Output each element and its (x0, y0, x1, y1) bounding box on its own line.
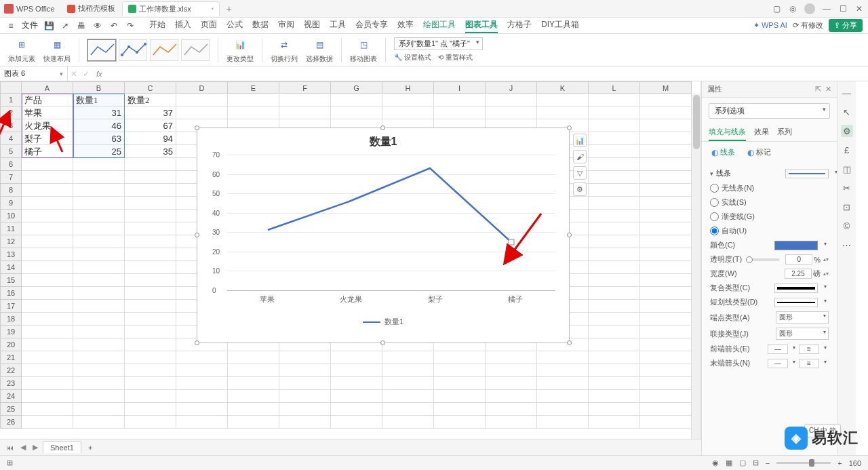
row-header[interactable]: 20 (0, 338, 22, 351)
sheet-tab-active[interactable]: Sheet1 (43, 442, 81, 453)
cell[interactable] (486, 364, 537, 377)
row-header[interactable]: 1 (0, 94, 22, 106)
cell[interactable] (22, 338, 73, 351)
cell[interactable] (22, 235, 73, 248)
cell[interactable] (73, 390, 125, 403)
row-header[interactable]: 14 (0, 261, 22, 274)
name-box[interactable]: 图表 6 ▾ (0, 66, 68, 81)
close-panel-icon[interactable]: ✕ (825, 85, 831, 94)
cell[interactable] (73, 171, 125, 184)
add-element-button[interactable]: ⊞ 添加元素 (8, 37, 35, 64)
tab-fill-line[interactable]: 填充与线条 (709, 124, 746, 141)
cell[interactable] (589, 210, 640, 222)
cell[interactable] (537, 377, 589, 390)
cell[interactable] (589, 106, 640, 119)
cell[interactable] (589, 313, 640, 326)
cell[interactable] (434, 106, 486, 119)
tab-fanggezi[interactable]: 方格子 (507, 18, 532, 33)
cell[interactable] (279, 364, 331, 377)
namebox-dropdown-icon[interactable]: ▾ (60, 71, 63, 77)
avatar-icon[interactable] (804, 3, 815, 14)
cell[interactable] (73, 158, 125, 171)
section-title-line[interactable]: 线条 (710, 168, 829, 178)
cell[interactable] (125, 313, 176, 326)
cell[interactable] (279, 377, 331, 390)
col-header-M[interactable]: M (640, 81, 692, 94)
cell[interactable] (125, 338, 176, 351)
cell[interactable] (73, 300, 125, 313)
share-button[interactable]: ⇪ 分享 (829, 19, 863, 32)
switch-rowcol-button[interactable]: ⇄ 切换行列 (271, 37, 298, 64)
chart-settings-button[interactable]: ⚙ (573, 182, 587, 196)
series-options-dropdown[interactable]: 系列选项 (709, 103, 830, 119)
subtab-line[interactable]: ◐线条 (711, 147, 735, 157)
cell[interactable] (589, 248, 640, 261)
save-icon[interactable]: 💾 (43, 20, 54, 31)
cell[interactable] (589, 94, 640, 106)
cell[interactable] (73, 197, 125, 210)
cell[interactable] (125, 158, 176, 171)
cell[interactable] (22, 197, 73, 210)
cell[interactable] (22, 274, 73, 287)
undo-icon[interactable]: ↶ (108, 20, 119, 31)
modified-label[interactable]: ⟳ 有修改 (793, 20, 823, 31)
cell[interactable] (331, 390, 382, 403)
cell[interactable]: 数量2 (125, 94, 176, 106)
tool-select[interactable]: ↖ (841, 106, 853, 118)
cell[interactable] (589, 197, 640, 210)
cell[interactable] (228, 351, 279, 364)
vertical-scrollbar[interactable] (691, 94, 701, 461)
row-header[interactable]: 25 (0, 403, 22, 416)
cell[interactable] (640, 313, 692, 326)
cell[interactable] (640, 338, 692, 351)
col-header-I[interactable]: I (434, 81, 486, 94)
subtab-marker[interactable]: ◐标记 (747, 147, 771, 157)
cell[interactable] (640, 261, 692, 274)
cell[interactable] (486, 94, 537, 106)
tab-tools[interactable]: 工具 (330, 18, 346, 33)
tab-insert[interactable]: 插入 (175, 18, 191, 33)
cap-select[interactable]: 圆形 (776, 311, 829, 324)
cell[interactable] (589, 351, 640, 364)
cell[interactable] (125, 222, 176, 235)
cell[interactable] (537, 106, 589, 119)
cell[interactable] (434, 94, 486, 106)
cell[interactable] (589, 300, 640, 313)
compound-select[interactable] (774, 283, 818, 293)
col-header-D[interactable]: D (176, 81, 228, 94)
arrow-start-style[interactable]: — (768, 345, 788, 354)
select-all-corner[interactable] (0, 81, 22, 94)
tab-draw-tools[interactable]: 绘图工具 (423, 18, 456, 33)
cell[interactable] (125, 210, 176, 222)
zoom-value[interactable]: 160 (849, 459, 861, 467)
row-header[interactable]: 13 (0, 248, 22, 261)
row-header[interactable]: 11 (0, 222, 22, 235)
cell[interactable] (228, 377, 279, 390)
row-header[interactable]: 22 (0, 364, 22, 377)
row-header[interactable]: 6 (0, 158, 22, 171)
cell[interactable] (640, 197, 692, 210)
cell[interactable] (73, 326, 125, 338)
cell[interactable] (640, 351, 692, 364)
cell[interactable] (73, 222, 125, 235)
cell[interactable] (22, 326, 73, 338)
cell[interactable] (176, 403, 228, 416)
cell[interactable] (22, 248, 73, 261)
tab-efficiency[interactable]: 效率 (397, 18, 414, 33)
fx-cancel-icon[interactable]: ✕ (68, 69, 80, 79)
quick-layout-button[interactable]: ▦ 快速布局 (43, 37, 71, 64)
cell[interactable] (640, 106, 692, 119)
cell[interactable] (382, 403, 434, 416)
col-header-J[interactable]: J (486, 81, 537, 94)
cell[interactable] (640, 377, 692, 390)
cell[interactable] (640, 222, 692, 235)
cell[interactable] (382, 364, 434, 377)
cell[interactable] (434, 351, 486, 364)
row-header[interactable]: 5 (0, 145, 22, 158)
view-help-icon[interactable]: ◉ (712, 458, 719, 467)
row-header[interactable]: 21 (0, 351, 22, 364)
move-chart-button[interactable]: ◳ 移动图表 (350, 37, 377, 64)
col-header-B[interactable]: B (73, 81, 125, 94)
cell[interactable] (176, 390, 228, 403)
cell[interactable] (73, 338, 125, 351)
